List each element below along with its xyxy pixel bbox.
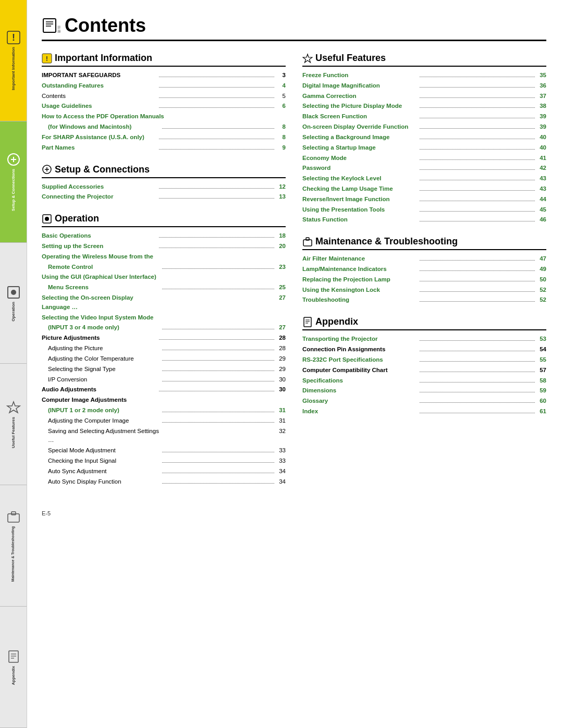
- toc-page: 5: [276, 92, 286, 101]
- list-item: Dimensions59: [302, 386, 546, 396]
- svg-rect-9: [11, 512, 16, 515]
- toc-item-text: Saving and Selecting Adjustment Settings…: [42, 427, 162, 446]
- list-item: Specifications58: [302, 376, 546, 386]
- toc-item-text: Setting up the Screen: [42, 242, 157, 251]
- toc-page: 20: [276, 242, 286, 251]
- toc-dots: [420, 291, 535, 292]
- sidebar-section-useful[interactable]: Useful Features: [0, 364, 27, 485]
- toc-item-text: Connecting the Projector: [42, 192, 157, 202]
- toc-operation: Basic Operations18Setting up the Screen2…: [42, 231, 286, 486]
- list-item: Digital Image Magnification36: [302, 81, 546, 91]
- sidebar-section-maintenance[interactable]: Maintenance & Troubleshooting: [0, 485, 27, 607]
- list-item: Selecting the On-screen Display Language…: [42, 293, 286, 312]
- toc-page: 23: [276, 263, 286, 272]
- list-item: Contents5: [42, 92, 286, 101]
- svg-marker-7: [7, 402, 20, 413]
- toc-page: 3: [276, 71, 286, 80]
- list-item: (INPUT 3 or 4 mode only)27: [42, 323, 286, 332]
- sidebar-section-appendix[interactable]: Appendix: [0, 607, 27, 728]
- svg-marker-26: [303, 54, 312, 63]
- toc-page: 29: [276, 365, 286, 374]
- toc-item-text: Basic Operations: [42, 231, 157, 241]
- toc-page: 49: [537, 265, 546, 274]
- maintenance-icon: [6, 510, 21, 524]
- two-col-layout: ! Important Information IMPORTANT SAFEGU…: [42, 53, 546, 498]
- list-item: Reverse/Invert Image Function44: [302, 195, 546, 204]
- toc-page: 8: [276, 122, 286, 132]
- toc-page: 52: [537, 286, 546, 295]
- toc-item-text: Menu Screens: [42, 283, 160, 292]
- list-item: Replacing the Projection Lamp50: [302, 275, 546, 285]
- toc-dots: [162, 452, 274, 452]
- list-item: Part Names9: [42, 143, 286, 153]
- important-icon: !: [6, 30, 21, 45]
- toc-dots: [420, 281, 535, 281]
- toc-page: 53: [537, 335, 546, 344]
- toc-dots: [420, 402, 535, 403]
- toc-dots: [162, 329, 274, 329]
- toc-item-text: How to Access the PDF Operation Manuals: [42, 112, 286, 121]
- toc-page: 41: [537, 154, 546, 163]
- toc-item-text: Special Mode Adjustment: [42, 446, 160, 455]
- toc-page: 61: [537, 407, 546, 416]
- toc-item-text: Status Function: [302, 215, 418, 225]
- toc-item-text: Replacing the Projection Lamp: [302, 275, 418, 285]
- section-useful-icon: [302, 53, 313, 64]
- toc-dots: [420, 118, 535, 118]
- toc-dots: [159, 248, 274, 248]
- list-item: Special Mode Adjustment33: [42, 446, 286, 455]
- toc-page: 38: [537, 102, 546, 111]
- page-footer: E-5: [42, 510, 546, 516]
- section-operation: Operation Basic Operations18Setting up t…: [42, 213, 286, 486]
- toc-item-text: Reverse/Invert Image Function: [302, 195, 418, 204]
- toc-page: 6: [276, 102, 286, 111]
- toc-item-text: Part Names: [42, 143, 157, 153]
- toc-page: 39: [537, 112, 546, 121]
- toc-page: 36: [537, 81, 546, 91]
- toc-item-text: Computer Image Adjustments: [42, 396, 286, 405]
- list-item: Operating the Wireless Mouse from the: [42, 252, 286, 262]
- toc-dots: [159, 77, 274, 77]
- toc-dots: [420, 97, 535, 98]
- list-item: Computer Image Adjustments: [42, 396, 286, 405]
- sidebar-label-important: Important Information: [11, 47, 16, 90]
- toc-item-text: Index: [302, 407, 418, 416]
- toc-page: 25: [276, 283, 286, 292]
- section-title-appendix: Appendix: [315, 316, 358, 327]
- toc-dots: [159, 149, 274, 150]
- sidebar-section-setup[interactable]: Setup & Connections: [0, 121, 27, 243]
- toc-page: 32: [276, 427, 286, 436]
- section-maintenance: Maintenance & Troubleshooting Air Filter…: [302, 236, 546, 305]
- svg-rect-29: [304, 317, 311, 327]
- list-item: Selecting the Signal Type29: [42, 365, 286, 374]
- list-item: Menu Screens25: [42, 283, 286, 292]
- list-item: RS-232C Port Specifications55: [302, 355, 546, 365]
- toc-item-text: I/P Conversion: [42, 375, 160, 385]
- toc-dots: [162, 289, 274, 289]
- toc-dots: [420, 340, 535, 341]
- section-title-useful: Useful Features: [315, 53, 386, 64]
- section-title-operation: Operation: [55, 213, 99, 224]
- list-item: IMPORTANT SAFEGUARDS3: [42, 71, 286, 80]
- list-item: Transporting the Projector53: [302, 335, 546, 344]
- toc-page: 27: [276, 323, 286, 332]
- toc-dots: [420, 149, 535, 150]
- page-title: Contents: [65, 15, 146, 36]
- section-appendix: Appendix Transporting the Projector53Con…: [302, 316, 546, 416]
- sidebar-section-operation[interactable]: Operation: [0, 243, 27, 364]
- list-item: Using the Kensington Lock52: [302, 286, 546, 295]
- section-useful: Useful Features Freeze Function35Digital…: [302, 53, 546, 225]
- toc-item-text: Freeze Function: [302, 71, 418, 80]
- list-item: Economy Mode41: [302, 154, 546, 163]
- toc-item-text: On-screen Display Override Function: [302, 122, 418, 132]
- toc-page: 30: [276, 375, 286, 385]
- sidebar-section-important[interactable]: ! Important Information: [0, 0, 27, 121]
- toc-dots: [162, 128, 274, 129]
- sidebar-label-maintenance: Maintenance & Troubleshooting: [11, 526, 15, 582]
- toc-item-text: Digital Image Magnification: [302, 81, 418, 91]
- list-item: Selecting the Picture Display Mode38: [302, 102, 546, 111]
- toc-dots: [420, 190, 535, 191]
- toc-item-text: Adjusting the Picture: [42, 344, 160, 353]
- toc-dots: [159, 188, 274, 189]
- toc-item-text: Selecting the On-screen Display Language…: [42, 293, 159, 312]
